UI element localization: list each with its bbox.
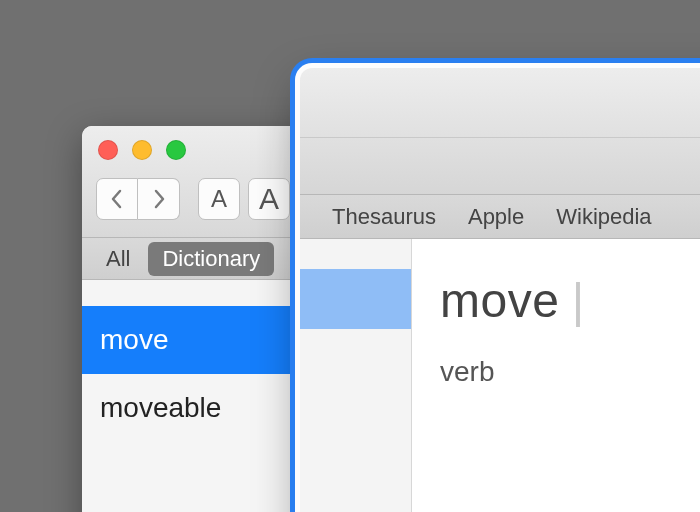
headword-line: move | [440,273,700,328]
headword-separator: | [572,274,585,327]
sidebar-item-selected[interactable] [300,269,411,329]
sidebar-spacer [82,280,291,306]
sidebar-item-moveable[interactable]: moveable [82,374,291,442]
font-small-label: A [211,185,227,213]
tab-thesaurus[interactable]: Thesaurus [318,200,450,234]
bg-sidebar: move moveable [82,280,292,512]
fg-titlebar: Diction [300,68,700,138]
increase-font-button[interactable]: A [248,178,290,220]
entry-part-of-speech: verb [440,356,700,388]
tab-dictionary[interactable]: Dictionary [148,242,274,276]
window-title: Diction [453,89,700,117]
font-large-label: A [259,182,279,216]
tab-all[interactable]: All [92,242,144,276]
nav-segmented [96,178,180,220]
chevron-left-icon [109,189,125,209]
minimize-icon[interactable] [132,140,152,160]
decrease-font-button[interactable]: A [198,178,240,220]
fg-sidebar [300,239,412,512]
sidebar-item-move[interactable]: move [82,306,291,374]
forward-button[interactable] [138,178,180,220]
entry-content: move | verb [412,239,700,512]
entry-headword: move [440,274,559,327]
back-button[interactable] [96,178,138,220]
window-controls [98,140,186,160]
close-icon[interactable] [98,140,118,160]
sidebar-item-label: move [100,324,168,355]
fg-toolbar [300,138,700,194]
font-size-controls: A A [198,178,290,220]
bg-toolbar: A A [96,178,290,220]
dictionary-window-foreground: Diction Thesaurus Apple Wikipedia move |… [300,68,700,512]
tab-wikipedia[interactable]: Wikipedia [542,200,665,234]
sidebar-item-label: moveable [100,392,221,423]
zoom-icon[interactable] [166,140,186,160]
tab-apple[interactable]: Apple [454,200,538,234]
fg-chrome: Diction [300,68,700,195]
fg-source-tabs: Thesaurus Apple Wikipedia [300,195,700,239]
fg-body: move | verb [300,239,700,512]
sidebar-spacer [300,239,411,269]
chevron-right-icon [151,189,167,209]
